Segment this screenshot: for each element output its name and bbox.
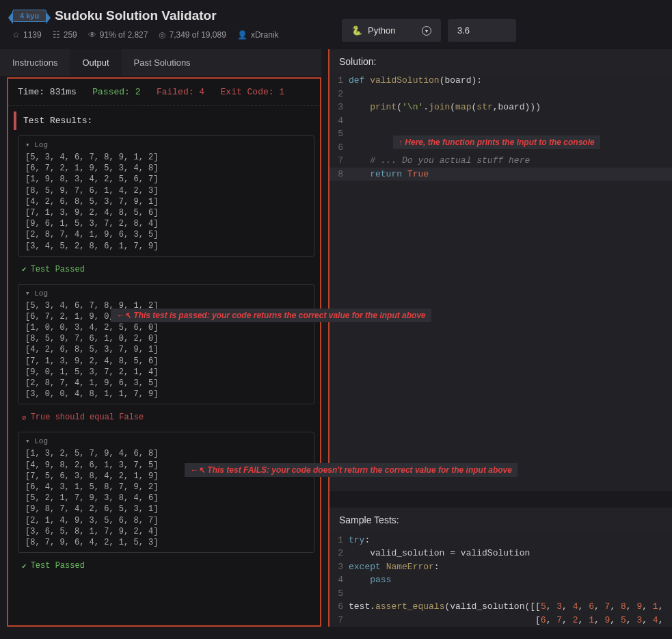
failed-count: 4	[199, 87, 204, 97]
code-text: try:	[349, 534, 370, 547]
code-line[interactable]: 8 return True	[330, 168, 672, 181]
line-number: 6	[330, 600, 349, 614]
passed-label: Passed:	[92, 87, 130, 97]
code-text: return True	[349, 168, 429, 181]
satisfaction-text: 91% of 2,827	[100, 30, 148, 40]
exit-code: 1	[279, 87, 284, 97]
test-results-header: Test Results:	[14, 112, 314, 130]
time-value: 831ms	[50, 87, 77, 97]
exit-label: Exit Code:	[221, 87, 274, 97]
log-block: Log [1, 3, 2, 5, 7, 9, 4, 6, 8] [4, 9, 8…	[18, 432, 314, 553]
line-number: 4	[330, 114, 349, 128]
pass-text: Test Passed	[31, 265, 85, 274]
code-text: # ... Do you actual stuff here	[349, 154, 530, 168]
log-label[interactable]: Log	[25, 436, 307, 445]
code-line[interactable]: 4	[330, 114, 672, 128]
fail-text: True should equal False	[31, 413, 144, 422]
annotation-pass: ←↖ This test is passed: your code return…	[111, 309, 431, 322]
star-icon: ☆	[12, 30, 20, 40]
code-line[interactable]: 1def validSolution(board):	[330, 74, 672, 88]
page-title: Sudoku Solution Validator	[55, 8, 216, 23]
code-line[interactable]: 7 [6, 7, 2, 1, 9, 5, 3, 4,	[330, 614, 672, 627]
line-number: 7	[330, 154, 349, 168]
line-number: 5	[330, 127, 349, 141]
author-name: xDranik	[251, 30, 279, 40]
check-icon: ✔	[22, 265, 27, 274]
stat-collections: ☷ 259	[53, 30, 77, 40]
line-number: 1	[330, 74, 349, 88]
stat-author[interactable]: 👤 xDranik	[237, 30, 279, 40]
log-label[interactable]: Log	[25, 289, 307, 298]
line-number: 7	[330, 614, 349, 627]
layers-icon: ☷	[53, 30, 60, 40]
test-result-pass: ✔ Test Passed	[18, 558, 314, 573]
code-text: valid_solution = validSolution	[349, 547, 530, 560]
python-icon: 🐍	[351, 25, 362, 36]
stat-stars: ☆ 1139	[12, 30, 42, 40]
sample-tests-editor[interactable]: 1try:2 valid_solution = validSolution3ex…	[330, 532, 672, 627]
code-text: print('\n'.join(map(str,board)))	[349, 101, 541, 114]
line-number: 6	[330, 141, 349, 155]
code-line[interactable]: 2 valid_solution = validSolution	[330, 547, 672, 560]
annotation-print: ↑ Here, the function prints the input to…	[393, 135, 600, 149]
tab-bar: Instructions Output Past Solutions	[0, 49, 321, 76]
sample-tests-header: Sample Tests:	[330, 508, 672, 532]
collections-count: 259	[64, 30, 77, 40]
code-line[interactable]: 7 # ... Do you actual stuff here	[330, 154, 672, 168]
log-block: Log [5, 3, 4, 6, 7, 8, 9, 1, 2] [6, 7, 2…	[18, 284, 314, 405]
stat-satisfaction: 👁 91% of 2,827	[88, 30, 148, 40]
test-result-fail: ⊘ True should equal False	[18, 410, 314, 425]
code-line[interactable]: 6test.assert_equals(valid_solution([[5, …	[330, 600, 672, 614]
code-line[interactable]: 1try:	[330, 534, 672, 547]
log-content: [5, 3, 4, 6, 7, 8, 9, 1, 2] [6, 7, 2, 1,…	[25, 152, 307, 252]
error-icon: ⊘	[22, 413, 27, 422]
line-number: 1	[330, 534, 349, 547]
solution-header: Solution:	[330, 49, 672, 74]
line-number: 8	[330, 168, 349, 181]
test-result-pass: ✔ Test Passed	[18, 262, 314, 277]
version-dropdown[interactable]: 3.6	[448, 19, 516, 42]
code-line[interactable]: 3except NameError:	[330, 560, 672, 574]
language-label: Python	[368, 25, 395, 36]
log-block: Log [5, 3, 4, 6, 7, 8, 9, 1, 2] [6, 7, 2…	[18, 135, 314, 257]
completed-text: 7,349 of 19,089	[169, 30, 226, 40]
code-line[interactable]: 4 pass	[330, 573, 672, 587]
target-icon: ◎	[159, 30, 165, 40]
version-label: 3.6	[457, 25, 470, 36]
time-label: Time:	[18, 87, 44, 97]
code-text: except NameError:	[349, 560, 440, 574]
language-dropdown[interactable]: 🐍 Python ▾	[342, 19, 441, 42]
difficulty-badge: 4 kyu	[12, 10, 46, 22]
line-number: 2	[330, 547, 349, 560]
chevron-down-icon: ▾	[422, 26, 431, 36]
code-text: [6, 7, 2, 1, 9, 5, 3, 4,	[349, 614, 663, 627]
check-icon: ✔	[22, 562, 27, 571]
code-text: test.assert_equals(valid_solution([[5, 3…	[349, 600, 663, 614]
passed-count: 2	[135, 87, 141, 97]
code-text: pass	[349, 573, 391, 587]
annotation-fail: ←↖ This test FAILS: your code doesn't re…	[185, 463, 518, 477]
code-text: def validSolution(board):	[349, 74, 482, 88]
eye-icon: 👁	[88, 30, 96, 40]
tab-past-solutions[interactable]: Past Solutions	[122, 49, 203, 76]
line-number: 4	[330, 573, 349, 587]
line-number: 2	[330, 88, 349, 101]
log-label[interactable]: Log	[25, 140, 307, 149]
results-scroll-area[interactable]: Test Results: Log [5, 3, 4, 6, 7, 8, 9, …	[8, 106, 320, 624]
line-number: 3	[330, 101, 349, 114]
user-icon: 👤	[237, 30, 247, 40]
tab-output[interactable]: Output	[70, 49, 121, 76]
status-bar: Time: 831ms Passed: 2 Failed: 4 Exit Cod…	[8, 79, 320, 106]
line-number: 3	[330, 560, 349, 574]
code-line[interactable]: 5	[330, 587, 672, 601]
code-line[interactable]: 2	[330, 88, 672, 101]
stars-count: 1139	[23, 30, 42, 40]
pass-text: Test Passed	[31, 561, 85, 571]
stat-completed: ◎ 7,349 of 19,089	[159, 30, 226, 40]
output-panel: Time: 831ms Passed: 2 Failed: 4 Exit Cod…	[7, 77, 321, 627]
failed-label: Failed:	[157, 87, 194, 97]
line-number: 5	[330, 587, 349, 601]
tab-instructions[interactable]: Instructions	[0, 49, 70, 76]
code-line[interactable]: 3 print('\n'.join(map(str,board)))	[330, 101, 672, 114]
